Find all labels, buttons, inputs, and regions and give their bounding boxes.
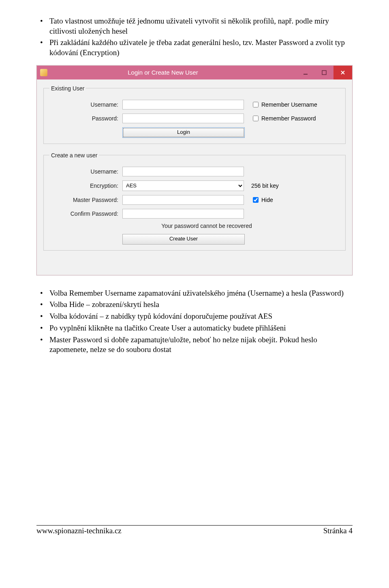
password-label: Password:	[49, 115, 122, 122]
encryption-label: Encryption:	[49, 182, 122, 189]
password-input[interactable]	[122, 114, 244, 123]
bottom-bullets: Volba Remember Username zapamatování uži…	[36, 288, 353, 355]
hide-label: Hide	[261, 197, 273, 203]
remember-username-option[interactable]: Remember Username	[251, 101, 317, 109]
close-icon	[340, 70, 345, 75]
existing-user-legend: Existing User	[49, 85, 86, 92]
bullet-item: Po vyplnění klikněte na tlačítko Create …	[36, 323, 353, 333]
confirm-password-input[interactable]	[122, 209, 244, 219]
app-icon	[40, 69, 47, 76]
footer-page: Stránka 4	[323, 526, 353, 535]
existing-user-group: Existing User Username: Remember Usernam…	[43, 85, 346, 144]
footer-url: www.spionazni-technika.cz	[36, 526, 122, 535]
username-input[interactable]	[122, 100, 244, 109]
master-password-label: Master Password:	[49, 197, 122, 203]
page-footer: www.spionazni-technika.cz Stránka 4	[36, 525, 353, 535]
confirm-password-label: Confirm Password:	[49, 210, 122, 217]
bullet-item: Volba Remember Username zapamatování uži…	[36, 288, 353, 298]
remember-username-label: Remember Username	[261, 101, 317, 108]
bullet-item: Při zakládání každého uživatele je třeba…	[36, 38, 353, 58]
encryption-keysize: 256 bit key	[251, 182, 279, 189]
login-dialog: Login or Create New User Existing User U…	[36, 65, 353, 275]
svg-rect-0	[304, 74, 308, 75]
bullet-item: Volba Hide – zobrazení/skrytí hesla	[36, 300, 353, 310]
maximize-icon	[322, 70, 327, 75]
login-button[interactable]: Login	[122, 127, 245, 138]
window-controls	[296, 66, 352, 79]
close-button[interactable]	[333, 66, 352, 79]
password-warning: Your password cannot be recovered	[49, 223, 340, 229]
remember-username-checkbox[interactable]	[253, 102, 259, 107]
create-user-group: Create a new user Username: Encryption: …	[43, 152, 346, 251]
titlebar: Login or Create New User	[37, 66, 352, 79]
minimize-button[interactable]	[296, 66, 315, 79]
bullet-item: Tato vlastnost umožňuje též jednomu uživ…	[36, 16, 353, 36]
master-password-input[interactable]	[122, 195, 244, 205]
remember-password-option[interactable]: Remember Password	[251, 114, 316, 122]
hide-option[interactable]: Hide	[251, 196, 273, 204]
new-username-input[interactable]	[122, 167, 244, 176]
minimize-icon	[303, 70, 308, 75]
top-bullets: Tato vlastnost umožňuje též jednomu uživ…	[36, 16, 353, 58]
bullet-item: Master Password si dobře zapamatujte/ulo…	[36, 335, 353, 355]
encryption-select[interactable]: AES	[122, 180, 244, 191]
remember-password-label: Remember Password	[261, 115, 316, 122]
svg-rect-1	[322, 71, 326, 75]
new-username-label: Username:	[49, 168, 122, 175]
hide-checkbox[interactable]	[253, 197, 259, 203]
maximize-button[interactable]	[315, 66, 333, 79]
window-title: Login or Create New User	[50, 69, 296, 76]
username-label: Username:	[49, 101, 122, 108]
create-user-legend: Create a new user	[49, 152, 99, 159]
create-user-button[interactable]: Create User	[122, 234, 245, 245]
bullet-item: Volba kódování – z nabídky typů kódování…	[36, 311, 353, 322]
remember-password-checkbox[interactable]	[253, 116, 259, 121]
